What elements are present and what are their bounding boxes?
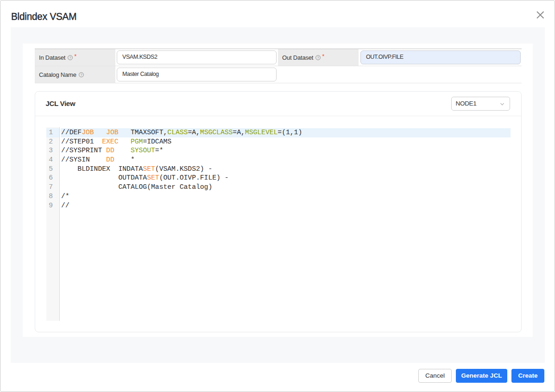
svg-text:?: ?: [69, 56, 71, 60]
svg-text:?: ?: [80, 73, 82, 77]
svg-text:?: ?: [317, 56, 319, 60]
